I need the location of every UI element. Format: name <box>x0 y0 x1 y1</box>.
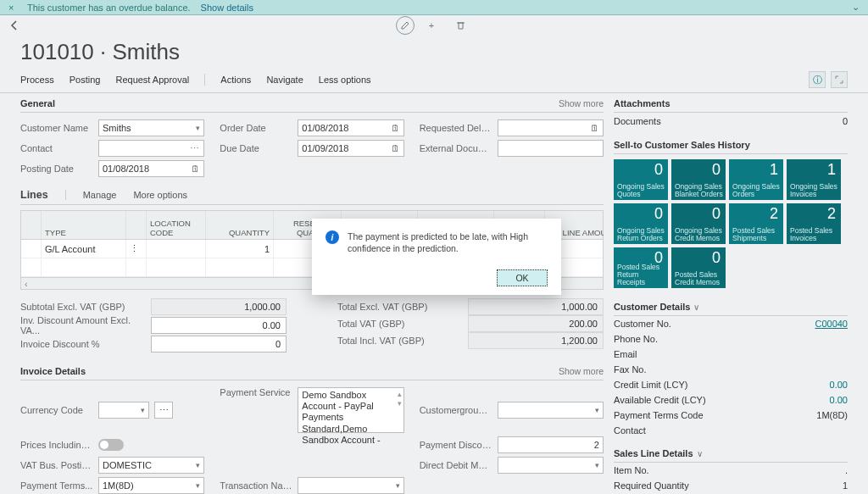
help-icon[interactable]: ⓘ <box>809 71 826 88</box>
row-menu-icon[interactable]: ⋮ <box>126 240 147 258</box>
input-ddman[interactable]: ▾ <box>498 457 604 474</box>
label-currency: Currency Code <box>20 405 93 415</box>
val-totincl: 1,200.00 <box>468 332 604 349</box>
calendar-icon[interactable]: 🗓 <box>391 143 400 153</box>
input-discpct[interactable]: 0 <box>151 336 287 352</box>
section-invoice-title: Invoice Details <box>20 366 86 376</box>
label-totincl: Total Incl. VAT (GBP) <box>337 336 461 346</box>
show-more-general[interactable]: Show more <box>559 98 604 108</box>
calendar-icon[interactable]: 🗓 <box>590 123 599 133</box>
history-tile[interactable]: 0Ongoing Sales Credit Memos <box>671 203 726 244</box>
input-external[interactable] <box>498 140 604 157</box>
close-icon[interactable]: × <box>8 3 17 13</box>
ok-button[interactable]: OK <box>497 269 548 286</box>
input-due-date[interactable]: 01/09/2018🗓 <box>298 140 403 157</box>
input-transnature[interactable]: ▾ <box>298 477 403 494</box>
lookup-icon[interactable]: ⋯ <box>190 143 200 154</box>
label-transnature: Transaction Natu... <box>220 480 292 491</box>
label-external: External Docume... <box>420 143 492 153</box>
action-posting[interactable]: Posting <box>70 75 101 85</box>
delete-icon[interactable] <box>448 16 472 35</box>
label-vatbus: VAT Bus. Posting... <box>20 460 93 470</box>
input-vatbus[interactable]: DOMESTIC▾ <box>98 457 204 474</box>
label-totvat: Total VAT (GBP) <box>337 319 461 329</box>
input-posting-date[interactable]: 01/08/2018🗓 <box>98 160 204 177</box>
back-button[interactable] <box>5 16 24 35</box>
input-currency[interactable]: ▾ <box>98 402 149 419</box>
val-totvat: 200.00 <box>468 315 604 332</box>
lines-more[interactable]: More options <box>133 190 187 200</box>
history-tile[interactable]: 1Ongoing Sales Orders <box>729 159 783 200</box>
history-tile[interactable]: 0Ongoing Sales Return Orders <box>614 203 668 244</box>
label-order-date: Order Date <box>220 123 292 133</box>
page-title: 101010 · Smiths <box>0 36 868 70</box>
edit-icon[interactable] <box>396 16 415 35</box>
action-request[interactable]: Request Approval <box>115 75 189 85</box>
lines-manage[interactable]: Manage <box>83 190 117 200</box>
expand-icon[interactable] <box>831 71 848 88</box>
input-payservice[interactable]: Demo Sandbox Account - PayPal Payments S… <box>298 387 403 433</box>
toolbar: + <box>0 15 868 36</box>
action-ribbon: Process Posting Request Approval Actions… <box>0 70 868 93</box>
history-tile[interactable]: 0Ongoing Sales Quotes <box>614 159 668 200</box>
label-prices: Prices Including... <box>20 440 93 450</box>
history-tile[interactable]: 0Ongoing Sales Blanket Orders <box>671 159 726 200</box>
label-contact: Contact <box>20 143 93 153</box>
cell-qty[interactable]: 1 <box>206 240 274 258</box>
chevron-down-icon[interactable]: ▾ <box>196 124 200 132</box>
calendar-icon[interactable]: 🗓 <box>391 123 400 133</box>
section-lines: Lines Manage More options <box>20 184 604 205</box>
dialog-text: The payment is predicted to be late, wit… <box>348 230 548 254</box>
input-customer-name[interactable]: Smiths▾ <box>98 119 204 136</box>
col-location[interactable]: LOCATION CODE <box>147 211 206 239</box>
input-invdisc[interactable]: 0.00 <box>151 317 287 334</box>
action-navigate[interactable]: Navigate <box>266 75 303 85</box>
label-subtotal: Subtotal Excl. VAT (GBP) <box>20 302 144 312</box>
history-tile[interactable]: 2Posted Sales Invoices <box>787 203 841 244</box>
input-contact[interactable]: ⋯ <box>98 140 204 157</box>
section-lines-title: Lines <box>20 189 48 201</box>
notification-text: This customer has an overdue balance. <box>27 3 191 13</box>
label-payterms: Payment Terms... <box>20 480 93 491</box>
input-custgroup[interactable]: ▾ <box>498 402 604 419</box>
input-order-date[interactable]: 01/08/2018🗓 <box>298 119 403 136</box>
chevron-down-icon[interactable]: ⌄ <box>852 2 860 13</box>
action-actions[interactable]: Actions <box>220 75 251 85</box>
label-discpct: Invoice Discount % <box>20 339 144 349</box>
action-less[interactable]: Less options <box>319 75 371 85</box>
new-icon[interactable]: + <box>420 16 443 35</box>
attachments-count: 0 <box>843 116 848 126</box>
section-sld[interactable]: Sales Line Details <box>614 443 848 463</box>
label-due-date: Due Date <box>220 143 292 153</box>
input-payterms[interactable]: 1M(8D)▾ <box>98 477 204 494</box>
link-custno[interactable]: C00040 <box>815 319 848 329</box>
calendar-icon[interactable]: 🗓 <box>191 164 200 174</box>
label-custno: Customer No. <box>614 319 671 329</box>
notification-bar: × This customer has an overdue balance. … <box>0 0 868 15</box>
action-process[interactable]: Process <box>20 75 54 85</box>
section-general: General Show more <box>20 93 604 113</box>
label-posting-date: Posting Date <box>20 164 93 174</box>
col-qty[interactable]: QUANTITY <box>206 211 274 239</box>
history-tile[interactable]: 2Posted Sales Shipments <box>729 203 783 244</box>
show-more-invoice[interactable]: Show more <box>559 366 604 376</box>
history-tiles: 0Ongoing Sales Quotes0Ongoing Sales Blan… <box>614 159 848 288</box>
val-totexcl: 1,000.00 <box>468 298 604 315</box>
label-customer-name: Customer Name <box>20 123 93 133</box>
section-cust-details[interactable]: Customer Details <box>614 297 848 316</box>
currency-assist[interactable]: ⋯ <box>154 402 173 419</box>
history-tile[interactable]: 0Posted Sales Return Receipts <box>614 247 668 288</box>
label-requested: Requested Deliv... <box>420 123 492 133</box>
toggle-prices[interactable] <box>98 439 124 451</box>
section-invoice: Invoice Details Show more <box>20 361 604 380</box>
history-tile[interactable]: 0Posted Sales Credit Memos <box>671 247 726 288</box>
prediction-dialog: i The payment is predicted to be late, w… <box>312 219 561 295</box>
input-paydisc[interactable]: 2 <box>498 436 604 453</box>
cell-type[interactable]: G/L Account <box>42 240 126 258</box>
notification-link[interactable]: Show details <box>201 3 253 13</box>
input-requested[interactable]: 🗓 <box>498 119 604 136</box>
section-general-title: General <box>20 98 55 108</box>
attachments-documents[interactable]: Documents <box>614 116 661 126</box>
col-type[interactable]: TYPE <box>42 211 126 239</box>
history-tile[interactable]: 1Ongoing Sales Invoices <box>787 159 841 200</box>
